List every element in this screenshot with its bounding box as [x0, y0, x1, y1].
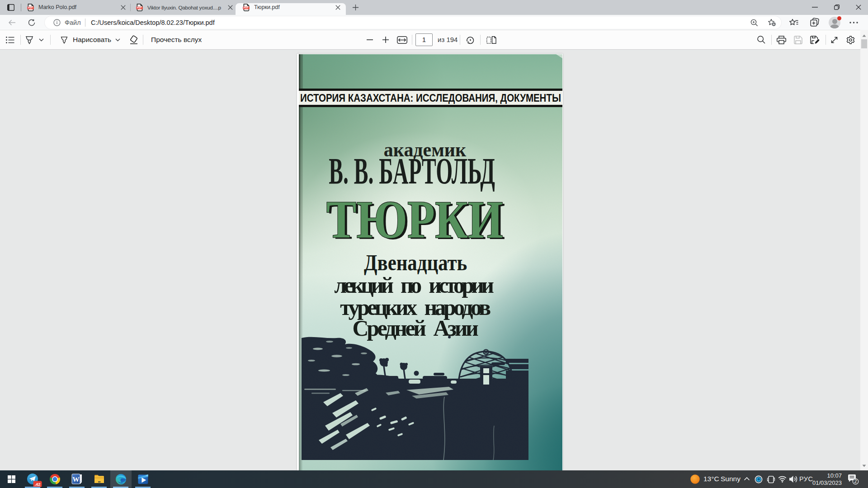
svg-text:W: W — [72, 475, 80, 483]
svg-text:PDF: PDF — [137, 6, 142, 9]
svg-text:.42: .42 — [34, 482, 40, 487]
svg-text:PDF: PDF — [28, 6, 33, 9]
svg-text:PDF: PDF — [244, 6, 249, 9]
svg-text:2: 2 — [854, 479, 857, 484]
